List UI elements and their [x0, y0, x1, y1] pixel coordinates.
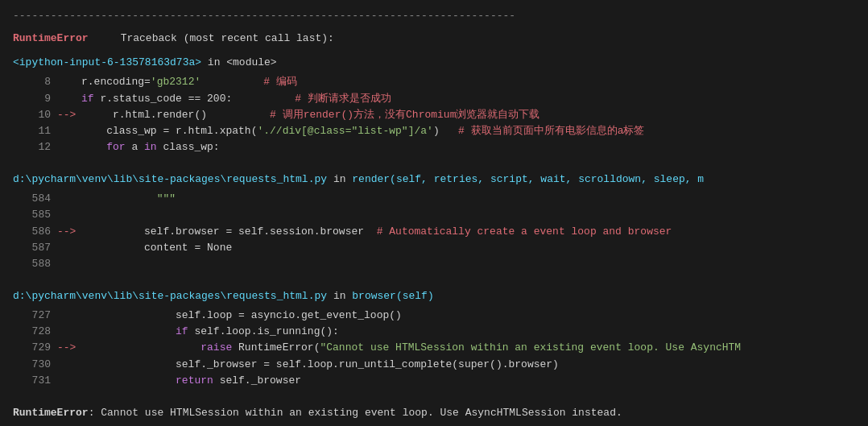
func-ref-2: render(self, retries, script, wait, scro…	[352, 173, 704, 185]
code-block-1: 8 r.encoding='gb2312' # 编码 9 if r.status…	[13, 74, 855, 155]
code-line-728: 728 if self.loop.is_running():	[13, 324, 855, 340]
code-line-12: 12 for a in class_wp:	[13, 139, 855, 155]
bottom-error: RuntimeError: Cannot use HTMLSession wit…	[13, 405, 855, 421]
error-header: RuntimeError Traceback (most recent call…	[13, 31, 855, 47]
code-line-729: 729 --> raise RuntimeError("Cannot use H…	[13, 340, 855, 356]
code-line-585: 585	[13, 207, 855, 223]
separator-line: ----------------------------------------…	[13, 8, 855, 24]
file-location-2: d:\pycharm\venv\lib\site-packages\reques…	[13, 172, 855, 188]
code-line-10: 10 --> r.html.render() # 调用render()方法，没有…	[13, 107, 855, 123]
filename-2: d:\pycharm\venv\lib\site-packages\reques…	[13, 173, 327, 185]
code-line-587: 587 content = None	[13, 240, 855, 256]
error-title: RuntimeError	[13, 31, 89, 47]
code-line-730: 730 self._browser = self.loop.run_until_…	[13, 357, 855, 373]
bottom-error-title: RuntimeError	[13, 407, 89, 419]
terminal-container: ----------------------------------------…	[13, 8, 855, 421]
code-block-2: 584 """ 585 586 --> self.browser = self.…	[13, 191, 855, 272]
code-line-8: 8 r.encoding='gb2312' # 编码	[13, 74, 855, 90]
code-line-727: 727 self.loop = asyncio.get_event_loop()	[13, 308, 855, 324]
in-keyword-3: in	[333, 290, 352, 302]
module-ref-1: <module>	[226, 56, 276, 68]
code-line-731: 731 return self._browser	[13, 373, 855, 389]
in-keyword-1: in	[208, 56, 226, 68]
code-line-588: 588	[13, 256, 855, 272]
func-ref-3: browser(self)	[352, 290, 433, 302]
file-location-1: <ipython-input-6-13578163d73a> in <modul…	[13, 55, 855, 71]
bottom-error-text: : Cannot use HTMLSession within an exist…	[89, 407, 622, 419]
filename-1: <ipython-input-6-13578163d73a>	[13, 56, 201, 68]
code-block-3: 727 self.loop = asyncio.get_event_loop()…	[13, 308, 855, 389]
file-location-3: d:\pycharm\venv\lib\site-packages\reques…	[13, 288, 855, 304]
filename-3: d:\pycharm\venv\lib\site-packages\reques…	[13, 290, 327, 302]
code-line-584: 584 """	[13, 191, 855, 207]
code-line-9: 9 if r.status_code == 200: # 判断请求是否成功	[13, 91, 855, 107]
code-line-11: 11 class_wp = r.html.xpath('.//div[@clas…	[13, 123, 855, 139]
in-keyword-2: in	[333, 173, 352, 185]
traceback-label: Traceback (most recent call last):	[121, 31, 334, 47]
code-line-586: 586 --> self.browser = self.session.brow…	[13, 224, 855, 240]
